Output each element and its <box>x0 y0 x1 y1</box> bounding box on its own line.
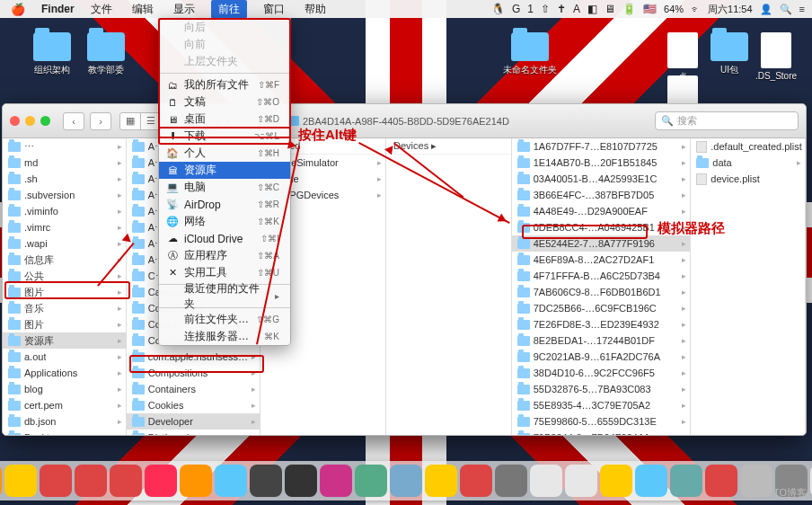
column-row[interactable]: .default_created.plist <box>691 138 805 155</box>
app-name[interactable]: Finder <box>41 3 75 15</box>
dock-app[interactable] <box>600 465 632 497</box>
column-row[interactable]: 38D4D10-6…9C2FCC96F5▸ <box>512 365 691 381</box>
menubar-search[interactable]: 🔍 <box>780 4 792 15</box>
dock-app[interactable] <box>4 465 37 497</box>
go-menu-item[interactable]: ⬇下载⌥⌘L <box>159 128 290 145</box>
go-menu-item[interactable]: 🌐网络⇧⌘K <box>159 213 290 230</box>
menu-view[interactable]: 显示 <box>170 0 199 19</box>
column-row[interactable]: .vimrc▸ <box>3 219 126 235</box>
menubar-extra[interactable]: ◧ <box>587 3 597 15</box>
search-field[interactable]: 🔍 搜索 <box>655 111 799 130</box>
column-row[interactable]: 0DEB8CC4-…A0469425B1▸ <box>512 219 691 235</box>
menubar-menu[interactable]: ≡ <box>799 4 805 14</box>
menubar-extra[interactable]: ✝ <box>557 3 566 15</box>
column-row[interactable]: blog▸ <box>3 381 126 397</box>
column-row[interactable]: 9C2021AB-9…61FA2DC76A▸ <box>512 349 691 365</box>
go-menu-item[interactable]: 🗒文稿⇧⌘O <box>159 93 290 111</box>
close-button[interactable] <box>10 116 20 126</box>
column-row[interactable]: device.plist <box>691 171 805 187</box>
menubar-extra[interactable]: ⇧ <box>541 3 550 15</box>
column-row[interactable]: 公共▸ <box>3 268 126 284</box>
column-row[interactable]: Cookies▸ <box>127 397 260 413</box>
menubar-extra[interactable]: A <box>573 3 580 15</box>
dock-app[interactable] <box>145 465 177 497</box>
go-menu-item[interactable]: 前往文件夹…⇧⌘G <box>159 311 290 328</box>
menubar-wifi[interactable]: ᯤ <box>691 4 701 14</box>
desktop-icon[interactable]: 组织架构 <box>25 32 79 76</box>
go-menu-item[interactable]: ☁iCloud Drive⇧⌘I <box>159 230 290 247</box>
desktop-icon[interactable]: UI包 <box>702 32 756 76</box>
dock-app[interactable] <box>355 465 387 497</box>
menu-go[interactable]: 前往 <box>211 0 247 19</box>
column-row[interactable]: .wapi▸ <box>3 235 126 252</box>
menubar-extra[interactable]: 🇺🇸 <box>643 3 657 15</box>
column-row[interactable]: 1A67D7FF-7…E8107D7725▸ <box>512 138 691 155</box>
zoom-button[interactable] <box>40 116 50 126</box>
dock-app[interactable] <box>530 465 562 497</box>
column-row[interactable]: 79B0044-8…7D94F924A1▸ <box>512 430 691 435</box>
column-row[interactable]: 55D32876-5…7BA93C083▸ <box>512 381 691 397</box>
dock-app[interactable] <box>285 465 317 497</box>
column-row[interactable]: Applications▸ <box>3 365 126 381</box>
view-icon[interactable]: ▦ <box>119 112 141 130</box>
column-row[interactable]: 3B66E4FC-…387BFB7D05▸ <box>512 187 691 203</box>
dock-app[interactable] <box>75 465 107 497</box>
column-row[interactable]: 75E99860-5…6559DC313E▸ <box>512 413 691 430</box>
dock-app[interactable] <box>635 465 667 497</box>
menu-window[interactable]: 窗口 <box>260 0 288 19</box>
go-menu-item[interactable]: 连接服务器…⌘K <box>159 328 290 345</box>
column-row[interactable]: data▸ <box>691 155 805 171</box>
column-row[interactable]: a.out▸ <box>3 349 126 365</box>
column-row[interactable]: .sh▸ <box>3 171 126 187</box>
menubar-clock[interactable]: 周六11:54 <box>708 3 753 16</box>
menubar-battery[interactable]: 64% <box>664 4 684 14</box>
dock-app[interactable] <box>180 465 212 497</box>
column-row[interactable]: 图片▸ <box>3 284 126 300</box>
go-menu-item[interactable]: 最近使用的文件夹▸ <box>159 288 290 305</box>
forward-button[interactable]: › <box>90 112 111 130</box>
go-menu-item[interactable]: Ⓐ应用程序⇧⌘A <box>159 247 290 264</box>
column-row[interactable]: 7E26FD8E-3…ED239E4932▸ <box>512 316 691 332</box>
menubar-user[interactable]: 👤 <box>760 4 772 15</box>
go-menu-item[interactable]: 📡AirDrop⇧⌘R <box>159 196 290 213</box>
column-row[interactable]: 4E5244E2-7…8A777F9196▸ <box>512 235 691 252</box>
go-menu-item[interactable]: 🖥桌面⇧⌘D <box>159 111 290 128</box>
dock-app[interactable] <box>250 465 282 497</box>
dock-app[interactable] <box>40 465 72 497</box>
menu-file[interactable]: 文件 <box>87 0 116 19</box>
column-row[interactable]: 4F71FFFA-B…A6C25D73B4▸ <box>512 268 691 284</box>
go-menu-item[interactable]: ✕实用工具⇧⌘U <box>159 264 290 281</box>
menu-edit[interactable]: 编辑 <box>128 0 157 19</box>
desktop-icon[interactable]: 未命名文件夹 <box>503 32 557 76</box>
column-row[interactable]: .subversion▸ <box>3 187 126 203</box>
dock-app[interactable] <box>495 465 527 497</box>
column-row[interactable]: 8E2BEDA1-…17244B01DF▸ <box>512 332 691 349</box>
go-menu-item[interactable]: 💻电脑⇧⌘C <box>159 179 290 196</box>
column-row[interactable]: 资源库▸ <box>3 332 126 349</box>
column-row[interactable]: ⋯▸ <box>3 138 126 155</box>
apple-menu[interactable]: 🍎 <box>7 1 29 18</box>
column-row[interactable]: 7DC25B66-…6C9FCB196C▸ <box>512 300 691 316</box>
back-button[interactable]: ‹ <box>63 112 84 130</box>
minimize-button[interactable] <box>25 116 35 126</box>
menubar-extra[interactable]: 🔋 <box>622 3 636 15</box>
column-row[interactable]: 4A48E49-…D29A900EAF▸ <box>512 203 691 219</box>
column-row[interactable]: md▸ <box>3 155 126 171</box>
column-row[interactable]: cert.pem▸ <box>3 397 126 413</box>
dock-app[interactable] <box>460 465 492 497</box>
dock-app[interactable] <box>110 465 142 497</box>
menubar-extra[interactable]: 🖥 <box>605 3 615 15</box>
desktop-icon[interactable]: .DS_Store <box>749 32 803 81</box>
column-row[interactable]: 55E8935-4…3C79E705A2▸ <box>512 397 691 413</box>
dock-app[interactable] <box>425 465 457 497</box>
column-row[interactable]: Compositions▸ <box>127 365 260 381</box>
menubar-extra[interactable]: 🐧 <box>491 3 505 15</box>
dock-app[interactable] <box>0 465 2 497</box>
column-row[interactable]: Dictionaries▸ <box>127 430 260 435</box>
column-row[interactable]: 03A40051-B…4A25993E1C▸ <box>512 171 691 187</box>
column-row[interactable]: 7AB606C9-8…F6DB01B6D1▸ <box>512 284 691 300</box>
column-row[interactable]: 信息库▸ <box>3 252 126 268</box>
column-row[interactable]: 图片▸ <box>3 316 126 332</box>
column-row[interactable]: Desktop▸ <box>3 430 126 435</box>
column-row[interactable]: db.json▸ <box>3 413 126 430</box>
